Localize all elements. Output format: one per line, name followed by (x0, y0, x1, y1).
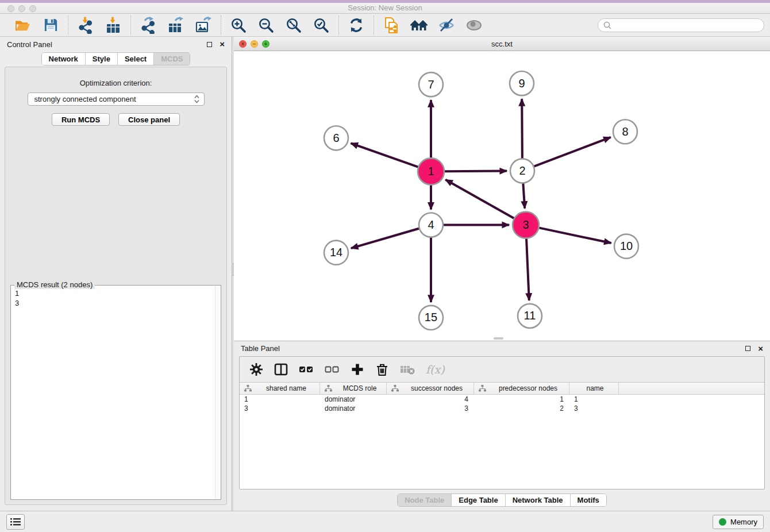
network-close-icon[interactable]: × (239, 40, 247, 48)
deselect-all-columns-icon[interactable] (325, 363, 340, 376)
zoom-in-icon[interactable] (229, 16, 248, 34)
home-icon[interactable] (410, 16, 428, 34)
import-table-icon[interactable] (104, 16, 122, 34)
table-panel: Table Panel × f(x) shared nameMCDS roles… (234, 341, 770, 511)
zoom-fit-icon[interactable] (284, 16, 303, 34)
tab-network-table[interactable]: Network Table (506, 494, 571, 506)
graph-node-8[interactable]: 8 (613, 119, 637, 144)
toggle-column-panel-icon[interactable] (274, 363, 288, 376)
tab-network[interactable]: Network (42, 53, 86, 65)
graph-edge-4-14[interactable] (351, 229, 419, 249)
hide-graphics-details-icon[interactable] (437, 16, 456, 34)
zoom-selected-icon[interactable] (312, 16, 330, 34)
close-table-panel-icon[interactable]: × (758, 346, 763, 352)
close-panel-button[interactable]: Close panel (118, 113, 180, 126)
graph-edge-3-1[interactable] (445, 180, 514, 219)
export-table-icon[interactable] (167, 16, 185, 34)
column-header-successor-nodes[interactable]: successor nodes (387, 383, 474, 394)
canvas-hscroll-thumb[interactable] (494, 337, 503, 340)
graph-node-6[interactable]: 6 (324, 126, 348, 150)
tab-edge-table[interactable]: Edge Table (452, 494, 505, 506)
table-tabs: Node TableEdge TableNetwork TableMotifs (397, 494, 607, 507)
graph-edge-2-9[interactable] (522, 99, 522, 159)
network-minimize-icon[interactable]: − (251, 40, 258, 48)
float-panel-icon[interactable] (207, 42, 212, 47)
column-header-predecessor-nodes[interactable]: predecessor nodes (474, 383, 569, 394)
table-settings-icon[interactable] (249, 363, 263, 376)
column-header-MCDS-role[interactable]: MCDS role (320, 383, 387, 394)
search-input[interactable] (614, 21, 759, 29)
network-window-title: scc.txt (491, 40, 513, 48)
column-header-name[interactable]: name (569, 383, 619, 394)
svg-text:15: 15 (425, 311, 437, 323)
window-titlebar: Session: New Session (0, 0, 770, 14)
table-cell: 4 (387, 395, 474, 403)
svg-text:11: 11 (524, 309, 536, 322)
network-canvas[interactable]: 7968124314101511 (234, 51, 770, 341)
main-toolbar-groups (6, 16, 491, 35)
svg-text:4: 4 (428, 218, 434, 231)
network-window-titlebar[interactable]: × − + scc.txt (234, 37, 770, 51)
result-scrollbar[interactable] (215, 286, 220, 499)
graph-node-1[interactable]: 1 (418, 158, 444, 184)
graph-node-10[interactable]: 10 (614, 234, 638, 259)
select-all-columns-icon[interactable] (299, 363, 314, 376)
graph-edge-1-2[interactable] (444, 171, 507, 172)
criterion-select[interactable]: strongly connected component (28, 92, 205, 106)
graph-node-4[interactable]: 4 (419, 213, 443, 237)
tab-style[interactable]: Style (86, 53, 118, 65)
graph-node-9[interactable]: 9 (510, 71, 534, 95)
graph-node-11[interactable]: 11 (518, 304, 542, 328)
table-cell: 2 (474, 404, 569, 413)
table-body: 1dominator4113dominator323 (240, 395, 764, 413)
graph-node-2[interactable]: 2 (510, 159, 534, 183)
task-history-button[interactable] (6, 514, 25, 530)
mcds-result-line: 3 (15, 298, 217, 308)
import-network-icon[interactable] (76, 16, 95, 34)
tab-node-table[interactable]: Node Table (398, 494, 452, 506)
graph-edge-3-11[interactable] (526, 238, 529, 300)
export-image-icon[interactable] (194, 16, 213, 34)
graph-edge-2-8[interactable] (534, 137, 611, 167)
duplicate-network-icon[interactable] (382, 16, 401, 34)
table-cell: 3 (569, 404, 619, 413)
float-table-panel-icon[interactable] (745, 346, 750, 351)
close-panel-icon[interactable]: × (220, 41, 225, 47)
graph-edge-2-3[interactable] (523, 183, 525, 208)
table-row[interactable]: 3dominator323 (240, 404, 764, 413)
table-header-row: shared nameMCDS rolesuccessor nodesprede… (240, 383, 764, 395)
control-panel-tabs: NetworkStyleSelectMCDS (41, 52, 191, 65)
mcds-panel: Optimization criterion: strongly connect… (5, 67, 227, 505)
delete-column-icon[interactable] (375, 363, 389, 376)
run-mcds-button[interactable]: Run MCDS (52, 113, 110, 126)
export-network-icon[interactable] (139, 16, 157, 34)
tab-mcds[interactable]: MCDS (154, 53, 190, 65)
open-session-icon[interactable] (14, 16, 32, 34)
search-box[interactable] (598, 18, 764, 32)
window-title: Session: New Session (0, 3, 770, 12)
tab-motifs[interactable]: Motifs (571, 494, 606, 506)
network-maximize-icon[interactable]: + (262, 40, 270, 48)
svg-text:1: 1 (428, 165, 434, 178)
graph-node-3[interactable]: 3 (513, 212, 539, 238)
tab-select[interactable]: Select (118, 53, 154, 65)
table-row[interactable]: 1dominator411 (240, 395, 764, 404)
select-stepper-icon (194, 94, 200, 104)
network-graph: 7968124314101511 (234, 51, 770, 341)
apply-layout-icon[interactable] (347, 16, 365, 34)
table-cell: 3 (240, 404, 320, 413)
memory-button[interactable]: Memory (713, 515, 764, 529)
show-graphics-details-icon[interactable] (465, 16, 483, 34)
node-table: shared nameMCDS rolesuccessor nodesprede… (240, 382, 764, 489)
table-cell: 3 (387, 404, 474, 413)
svg-text:14: 14 (330, 246, 342, 259)
column-header-shared-name[interactable]: shared name (240, 383, 320, 394)
graph-node-7[interactable]: 7 (419, 72, 443, 97)
graph-edge-3-10[interactable] (539, 228, 611, 243)
graph-node-14[interactable]: 14 (324, 241, 348, 265)
zoom-out-icon[interactable] (257, 16, 275, 34)
save-session-icon[interactable] (41, 16, 60, 34)
graph-edge-1-6[interactable] (351, 143, 419, 167)
add-column-icon[interactable] (351, 363, 364, 376)
graph-node-15[interactable]: 15 (419, 306, 443, 330)
